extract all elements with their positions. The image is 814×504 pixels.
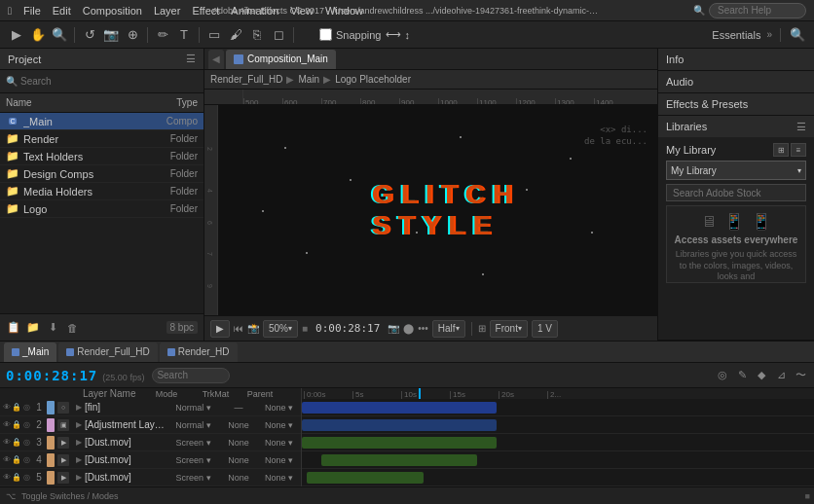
- layer-eye-2[interactable]: 👁: [2, 437, 11, 449]
- layer-mode-0[interactable]: Normal ▾: [166, 403, 220, 413]
- layer-mode-3[interactable]: Screen ▾: [166, 455, 220, 465]
- menu-edit[interactable]: Edit: [53, 5, 71, 17]
- preview-button[interactable]: ▶: [210, 320, 230, 338]
- layer-row-2[interactable]: 👁 🔒 ◎ 3 ▶ ▶ [Dust.mov] Screen ▾ None Non…: [0, 434, 301, 451]
- menu-file[interactable]: File: [23, 5, 41, 17]
- composition-viewport[interactable]: 2 4 6 7 9: [204, 105, 657, 315]
- list-view-btn[interactable]: ≡: [791, 143, 806, 157]
- tl-marker-icon[interactable]: ⊿: [773, 369, 789, 381]
- new-comp-icon[interactable]: 📋: [6, 320, 21, 336]
- tl-bar-3[interactable]: [321, 454, 477, 466]
- project-item-1[interactable]: 📁RenderFolder: [0, 130, 204, 148]
- libraries-menu-icon[interactable]: ☰: [796, 121, 806, 133]
- grid-view-btn[interactable]: ⊞: [773, 143, 789, 157]
- layer-eye-1[interactable]: 👁: [2, 419, 11, 431]
- layer-expand-4[interactable]: ▶: [73, 472, 85, 484]
- menu-layer[interactable]: Layer: [154, 5, 181, 17]
- workspace-arrows[interactable]: »: [766, 29, 772, 40]
- info-header[interactable]: Info: [658, 49, 814, 70]
- layer-parent-4[interactable]: None ▾: [257, 473, 301, 483]
- snapping-checkbox[interactable]: [319, 28, 332, 41]
- tl-bar-row-4[interactable]: [302, 469, 814, 486]
- layer-mode-1[interactable]: Normal ▾: [166, 420, 220, 430]
- quality-select[interactable]: Half: [432, 320, 465, 338]
- project-menu-icon[interactable]: ☰: [186, 53, 196, 65]
- breadcrumb-item-1[interactable]: Main: [298, 74, 319, 85]
- layer-row-0[interactable]: 👁 🔒 ◎ 1 ○ ▶ [fin] Normal ▾ — None ▾: [0, 399, 301, 416]
- tl-bar-2[interactable]: [302, 437, 497, 449]
- view-select[interactable]: Front: [490, 320, 528, 338]
- layer-parent-1[interactable]: None ▾: [257, 420, 301, 430]
- tl-tab-render-hd2[interactable]: Render_HD: [160, 342, 238, 362]
- layer-trkmat-0[interactable]: —: [220, 403, 257, 413]
- layer-expand-1[interactable]: ▶: [73, 419, 85, 431]
- camera-icon[interactable]: 📷: [388, 323, 399, 334]
- select-tool[interactable]: ▶: [8, 26, 25, 44]
- tl-toggle-switches[interactable]: ⌥: [4, 491, 18, 501]
- project-item-2[interactable]: 📁Text HoldersFolder: [0, 148, 204, 165]
- layer-solo-0[interactable]: ◎: [22, 402, 31, 414]
- layer-expand-3[interactable]: ▶: [73, 454, 85, 466]
- snap-icon[interactable]: 📸: [247, 323, 259, 334]
- effects-header[interactable]: Effects & Presets: [658, 93, 814, 115]
- tl-layer-search[interactable]: [152, 368, 230, 383]
- tl-motion-icon[interactable]: 〜: [793, 368, 808, 382]
- tl-bar-4[interactable]: [307, 472, 424, 484]
- paint-tool[interactable]: 🖌: [227, 26, 244, 44]
- layer-eye-4[interactable]: 👁: [2, 472, 11, 484]
- search-help-input[interactable]: [709, 3, 806, 18]
- adobe-stock-search[interactable]: [666, 184, 806, 201]
- text-tool[interactable]: T: [175, 26, 193, 44]
- delete-icon[interactable]: 🗑: [64, 320, 80, 336]
- tl-solo-icon[interactable]: ◎: [715, 369, 730, 381]
- tl-bar-row-2[interactable]: [302, 434, 814, 451]
- layer-solo-4[interactable]: ◎: [22, 472, 31, 484]
- tl-tab-render-hd[interactable]: Render_Full_HD: [58, 342, 157, 362]
- pen-tool[interactable]: ✏: [154, 26, 171, 44]
- tl-bar-row-3[interactable]: [302, 451, 814, 469]
- layer-parent-3[interactable]: None ▾: [257, 455, 301, 465]
- shape-tool[interactable]: ▭: [205, 26, 223, 44]
- layer-trkmat-1[interactable]: None: [220, 420, 257, 430]
- audio-header[interactable]: Audio: [658, 71, 814, 92]
- tl-keyframe-icon[interactable]: ◆: [754, 369, 769, 381]
- layer-trkmat-4[interactable]: None: [220, 473, 257, 483]
- import-icon[interactable]: ⬇: [45, 320, 60, 336]
- layer-solo-2[interactable]: ◎: [22, 437, 31, 449]
- zoom-button[interactable]: 50%: [263, 320, 298, 338]
- menu-apple[interactable]: : [8, 5, 12, 17]
- eraser-tool[interactable]: ◻: [270, 26, 287, 44]
- layer-mode-4[interactable]: Screen ▾: [166, 473, 220, 483]
- search-workspace-icon[interactable]: 🔍: [789, 26, 806, 44]
- layer-parent-2[interactable]: None ▾: [257, 438, 301, 448]
- layer-mode-2[interactable]: Screen ▾: [166, 438, 220, 448]
- tl-bar-row-0[interactable]: [302, 399, 814, 416]
- breadcrumb-item-0[interactable]: Render_Full_HD: [210, 74, 282, 85]
- project-item-4[interactable]: 📁Media HoldersFolder: [0, 183, 204, 200]
- tl-bar-0[interactable]: [302, 402, 497, 414]
- tab-arrow-left[interactable]: ◀: [212, 54, 220, 64]
- layer-trkmat-2[interactable]: None: [220, 438, 257, 448]
- layer-eye-0[interactable]: 👁: [2, 402, 11, 414]
- layer-lock-3[interactable]: 🔒: [12, 454, 21, 466]
- tl-toggle-modes[interactable]: Toggle Switches / Modes: [19, 491, 121, 501]
- tl-playhead[interactable]: [419, 388, 421, 399]
- layer-row-1[interactable]: 👁 🔒 ◎ 2 ▣ ▶ [Adjustment Layer 36] Normal…: [0, 416, 301, 434]
- project-item-0[interactable]: C_MainCompo: [0, 113, 204, 130]
- tl-bar-row-1[interactable]: [302, 416, 814, 434]
- layer-row-4[interactable]: 👁 🔒 ◎ 5 ▶ ▶ [Dust.mov] Screen ▾ None Non…: [0, 469, 301, 486]
- layer-parent-0[interactable]: None ▾: [257, 403, 301, 413]
- project-item-3[interactable]: 📁Design CompsFolder: [0, 165, 204, 183]
- clone-tool[interactable]: ⎘: [248, 26, 266, 44]
- layer-solo-3[interactable]: ◎: [22, 454, 31, 466]
- tl-bar-1[interactable]: [302, 419, 497, 431]
- camera-tool[interactable]: 📷: [102, 26, 120, 44]
- layer-lock-2[interactable]: 🔒: [12, 437, 21, 449]
- layer-eye-3[interactable]: 👁: [2, 454, 11, 466]
- hand-tool[interactable]: ✋: [29, 26, 47, 44]
- layer-lock-1[interactable]: 🔒: [12, 419, 21, 431]
- project-search-input[interactable]: [20, 76, 198, 87]
- layer-expand-2[interactable]: ▶: [73, 437, 85, 449]
- tl-tab-main[interactable]: _Main: [4, 342, 56, 362]
- pan-tool[interactable]: ⊕: [124, 26, 141, 44]
